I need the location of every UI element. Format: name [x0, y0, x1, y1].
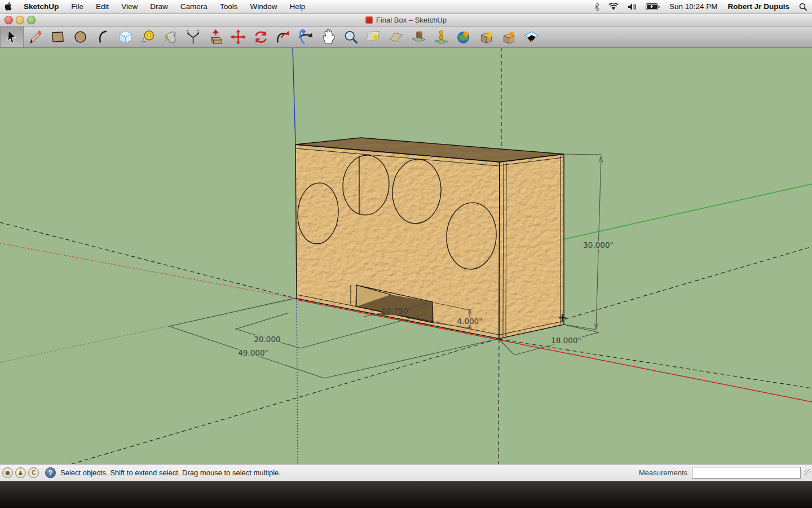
- tool-tape-measure[interactable]: [136, 27, 159, 47]
- dim-port-height-label: 4.000": [457, 317, 483, 326]
- resize-grip[interactable]: [804, 469, 811, 476]
- tool-photo-textures[interactable]: [407, 27, 430, 47]
- tool-orbit[interactable]: [294, 27, 317, 47]
- tool-line[interactable]: [24, 27, 46, 47]
- status-bar: ◉♟C ? Select objects. Shift to extend se…: [0, 464, 812, 481]
- menu-item-draw[interactable]: Draw: [144, 0, 174, 14]
- apple-menu[interactable]: [0, 0, 17, 14]
- tool-rotate[interactable]: [249, 27, 272, 47]
- spotlight-icon[interactable]: [795, 0, 812, 14]
- make-component-icon: [117, 29, 134, 45]
- tool-move[interactable]: [227, 27, 249, 47]
- measurements-input[interactable]: [692, 467, 801, 479]
- rectangle-icon: [50, 29, 66, 45]
- tool-get-models[interactable]: [475, 27, 497, 47]
- menu-app-name[interactable]: SketchUp: [17, 0, 65, 14]
- tool-pan[interactable]: [317, 27, 339, 47]
- help-icon[interactable]: ?: [45, 467, 56, 478]
- apple-icon: [5, 2, 13, 11]
- window-title: Final Box – SketchUp: [0, 14, 812, 26]
- tool-google-earth[interactable]: [452, 27, 475, 47]
- menu-bar: SketchUp FileEditViewDrawCameraToolsWind…: [0, 0, 812, 14]
- menu-item-file[interactable]: File: [65, 0, 90, 14]
- title-bar[interactable]: Final Box – SketchUp: [0, 14, 812, 27]
- push-pull-icon: [208, 29, 224, 45]
- svg-text:*: *: [197, 29, 199, 34]
- status-separator: [42, 467, 42, 479]
- dim-depth-label: 18.000": [551, 336, 581, 345]
- orbit-icon: [298, 29, 314, 45]
- battery-icon[interactable]: [641, 0, 664, 14]
- get-models-icon: [478, 29, 495, 45]
- status-message: Select objects. Shift to extend select. …: [60, 468, 281, 477]
- tool-push-pull[interactable]: [204, 27, 227, 47]
- person-icon[interactable]: ♟: [15, 467, 26, 478]
- measurements-label: Measurements: [639, 468, 687, 477]
- toolbar: **: [0, 26, 812, 48]
- circle-icon: [72, 29, 89, 45]
- tool-share-model[interactable]: [497, 27, 520, 47]
- paint-bucket-icon: [162, 29, 179, 45]
- tool-axes[interactable]: **: [182, 27, 204, 47]
- select-icon: [4, 29, 20, 45]
- dim-port-width-label: 10.750": [381, 306, 411, 316]
- axes-icon: **: [185, 29, 201, 45]
- tool-send-to-layout[interactable]: [520, 27, 542, 47]
- send-to-layout-icon: [523, 29, 540, 45]
- tool-arc[interactable]: [91, 27, 114, 47]
- zoom-icon: [343, 29, 359, 45]
- move-icon: [230, 29, 246, 45]
- rotate-icon: [253, 29, 269, 45]
- menu-clock[interactable]: Sun 10:24 PM: [664, 0, 723, 14]
- screen: SketchUp FileEditViewDrawCameraToolsWind…: [0, 0, 812, 508]
- dim-width-label: 49.000": [238, 348, 268, 357]
- geolocation-icon[interactable]: ◉: [2, 467, 13, 478]
- viewport-3d[interactable]: 49.000" 20.000 18.000" 30.000" 10.750" 4…: [0, 47, 812, 464]
- dim-height-label: 30.000": [583, 240, 613, 249]
- menu-item-window[interactable]: Window: [244, 0, 283, 14]
- svg-text:*: *: [186, 29, 188, 34]
- menu-item-view[interactable]: View: [115, 0, 144, 14]
- position-camera-icon: [433, 29, 449, 45]
- tool-select[interactable]: [0, 27, 24, 47]
- tool-paint-bucket[interactable]: [159, 27, 182, 47]
- pan-icon: [320, 29, 337, 45]
- dim-20-label: 20.000: [254, 335, 280, 344]
- follow-me-icon: [275, 29, 292, 45]
- menu-item-tools[interactable]: Tools: [214, 0, 244, 14]
- sketchup-doc-icon: [365, 16, 373, 24]
- box-right-face[interactable]: [499, 154, 564, 339]
- menu-user[interactable]: Robert Jr Dupuis: [722, 0, 795, 14]
- tape-measure-icon: [140, 29, 156, 45]
- volume-icon[interactable]: [623, 0, 641, 14]
- wifi-icon[interactable]: [604, 0, 623, 14]
- tool-circle[interactable]: [69, 27, 91, 47]
- tool-follow-me[interactable]: [272, 27, 294, 47]
- google-earth-icon: [456, 29, 472, 45]
- desktop: AH125WPXCAA: [0, 480, 812, 508]
- photo-textures-icon: [411, 29, 427, 45]
- tool-sandbox[interactable]: [385, 27, 407, 47]
- line-icon: [27, 29, 43, 45]
- tool-position-camera[interactable]: [430, 27, 452, 47]
- bluetooth-icon[interactable]: [590, 0, 604, 14]
- credits-icon[interactable]: C: [28, 467, 39, 478]
- tool-make-component[interactable]: [114, 27, 136, 47]
- menu-item-edit[interactable]: Edit: [90, 0, 115, 14]
- arc-icon: [95, 29, 111, 45]
- share-model-icon: [501, 29, 517, 45]
- tool-zoom[interactable]: [339, 27, 362, 47]
- tool-rectangle[interactable]: [46, 27, 69, 47]
- menu-item-camera[interactable]: Camera: [174, 0, 214, 14]
- menu-item-help[interactable]: Help: [283, 0, 311, 14]
- sandbox-icon: [388, 29, 404, 45]
- add-location-icon: [365, 29, 382, 45]
- tool-add-location[interactable]: [362, 27, 385, 47]
